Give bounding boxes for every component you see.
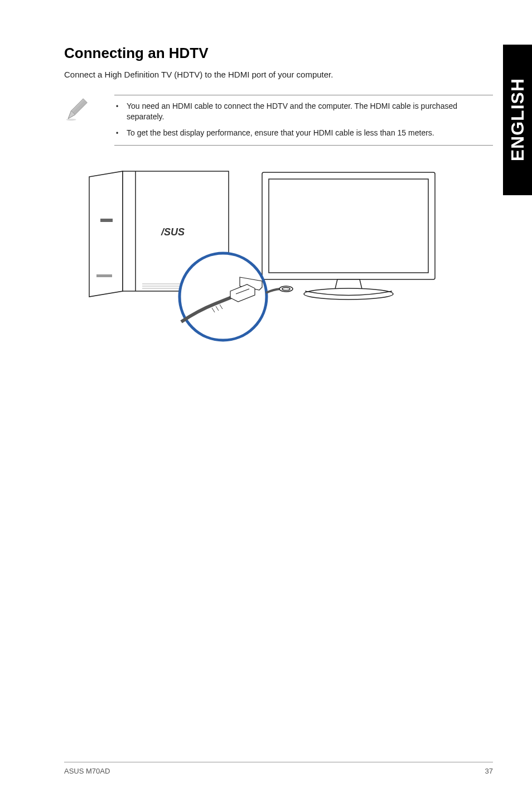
page-content: Connecting an HDTV Connect a High Defini… [0,0,532,802]
pencil-icon [64,98,89,123]
hdtv-connection-diagram: /SUS [70,166,449,344]
svg-point-0 [66,119,76,121]
bullet-icon: • [114,128,120,138]
note-content: • You need an HDMI cable to connect the … [114,95,493,146]
svg-point-18 [282,287,290,290]
svg-point-12 [180,253,267,340]
note-text-1: You need an HDMI cable to connect the HD… [127,101,493,122]
note-item: • To get the best display performance, e… [114,128,493,138]
footer-model: ASUS M70AD [64,767,110,775]
svg-rect-3 [100,219,113,222]
svg-rect-4 [96,274,112,277]
footer-page-number: 37 [485,767,493,775]
note-block: • You need an HDMI cable to connect the … [64,95,493,146]
bullet-icon: • [114,101,120,111]
svg-rect-10 [269,179,428,273]
note-text-2: To get the best display performance, ens… [127,128,434,138]
page-footer: ASUS M70AD 37 [64,762,493,775]
section-heading: Connecting an HDTV [64,45,493,62]
intro-text: Connect a High Definition TV (HDTV) to t… [64,70,493,79]
svg-point-11 [304,288,393,299]
svg-text:/SUS: /SUS [161,226,185,238]
note-item: • You need an HDMI cable to connect the … [114,101,493,122]
